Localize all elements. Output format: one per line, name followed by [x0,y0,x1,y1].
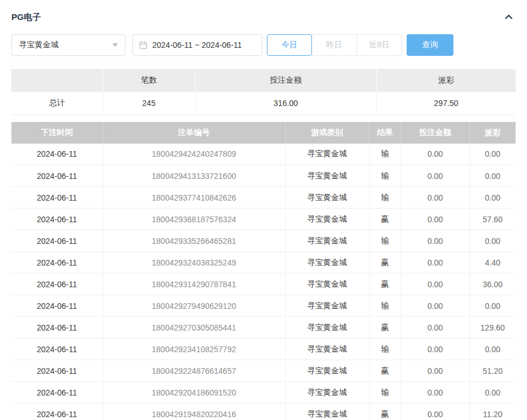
bet-header-payout: 派彩 [469,122,516,144]
bet-payout-cell: 0.00 [469,382,516,403]
bet-game-cell: 寻宝黄金城 [285,252,369,274]
bet-ticket-cell: 1800429270305085441 [103,317,285,339]
bet-payout-cell: 57.60 [469,209,516,230]
bet-game-cell: 寻宝黄金城 [285,295,369,317]
bet-result-cell: 输 [369,165,401,187]
bet-date-cell: 2024-06-11 [11,209,103,230]
bet-date-cell: 2024-06-11 [11,360,103,382]
table-row: 2024-06-11 1800429194820220416 寻宝黄金城 赢 0… [11,403,516,420]
bet-date-cell: 2024-06-11 [11,274,103,295]
bet-result-cell: 输 [369,187,401,209]
bet-date-cell: 2024-06-11 [11,187,103,209]
bet-game-cell: 寻宝黄金城 [285,209,369,230]
table-row: 2024-06-11 1800429335266465281 寻宝黄金城 输 0… [11,230,516,252]
filter-bar: 寻宝黄金城 2024-06-11 ~ 2024-06-11 今日 昨日 近8日 … [11,34,516,56]
summary-total-payout: 297.50 [376,92,516,115]
table-row: 2024-06-11 1800429204186091520 寻宝黄金城 输 0… [11,382,516,403]
bet-date-cell: 2024-06-11 [11,252,103,274]
table-row: 2024-06-11 1800429368187576324 寻宝黄金城 赢 0… [11,209,516,230]
summary-total-label: 总计 [11,92,103,115]
summary-header-count: 笔数 [103,69,195,92]
game-select-value: 寻宝黄金城 [19,40,59,50]
bet-amount-cell: 0.00 [401,317,469,339]
bet-ticket-cell: 1800429368187576324 [103,209,285,230]
summary-total-count: 245 [103,92,195,115]
bet-header-result: 结果 [369,122,401,144]
range-button-last8days[interactable]: 近8日 [357,34,402,56]
bet-payout-cell: 0.00 [469,230,516,252]
date-range-input[interactable]: 2024-06-11 ~ 2024-06-11 [132,34,262,56]
table-row: 2024-06-11 1800429314290787841 寻宝黄金城 赢 0… [11,274,516,295]
summary-header-empty [11,69,103,92]
bet-amount-cell: 0.00 [401,382,469,403]
game-select[interactable]: 寻宝黄金城 [11,34,125,56]
bet-payout-cell: 0.00 [469,295,516,317]
summary-header-bet-amount: 投注金额 [195,69,376,92]
search-button[interactable]: 查询 [407,34,453,56]
bet-ticket-cell: 1800429324038325249 [103,252,285,274]
bet-ticket-cell: 1800429413133721600 [103,165,285,187]
bet-game-cell: 寻宝黄金城 [285,144,369,165]
quick-range-group: 今日 昨日 近8日 [267,34,402,56]
bet-result-cell: 输 [369,382,401,403]
bet-game-cell: 寻宝黄金城 [285,317,369,339]
bet-result-cell: 赢 [369,252,401,274]
bet-ticket-cell: 1800429424240247809 [103,144,285,165]
bet-result-cell: 输 [369,339,401,360]
range-button-today[interactable]: 今日 [267,34,312,56]
bet-ticket-cell: 1800429224876614657 [103,360,285,382]
bet-payout-cell: 0.00 [469,165,516,187]
bet-result-cell: 输 [369,144,401,165]
bet-game-cell: 寻宝黄金城 [285,274,369,295]
bet-game-cell: 寻宝黄金城 [285,403,369,420]
range-button-yesterday[interactable]: 昨日 [312,34,357,56]
bet-payout-cell: 51.20 [469,360,516,382]
bet-amount-cell: 0.00 [401,360,469,382]
bet-result-cell: 赢 [369,403,401,420]
table-row: 2024-06-11 1800429279490629120 寻宝黄金城 输 0… [11,295,516,317]
bet-payout-cell: 0.00 [469,144,516,165]
bet-game-cell: 寻宝黄金城 [285,165,369,187]
bet-amount-cell: 0.00 [401,144,469,165]
bet-date-cell: 2024-06-11 [11,382,103,403]
panel-header: PG电子 [11,10,516,24]
bet-payout-cell: 0.00 [469,187,516,209]
collapse-button[interactable] [502,10,516,24]
bet-payout-cell: 0.00 [469,339,516,360]
bet-game-cell: 寻宝黄金城 [285,360,369,382]
table-row: 2024-06-11 1800429324038325249 寻宝黄金城 赢 0… [11,252,516,274]
bet-result-cell: 赢 [369,274,401,295]
summary-header-row: 笔数 投注金额 派彩 [11,69,516,92]
bet-amount-cell: 0.00 [401,230,469,252]
bet-ticket-cell: 1800429194820220416 [103,403,285,420]
bet-amount-cell: 0.00 [401,295,469,317]
bet-game-cell: 寻宝黄金城 [285,382,369,403]
bet-amount-cell: 0.00 [401,274,469,295]
summary-total-bet-amount: 316.00 [195,92,376,115]
bet-result-cell: 输 [369,230,401,252]
chevron-down-icon [112,43,118,47]
bet-ticket-cell: 1800429335266465281 [103,230,285,252]
bet-ticket-cell: 1800429279490629120 [103,295,285,317]
bet-payout-cell: 11.20 [469,403,516,420]
chevron-up-icon [504,12,514,22]
page-title: PG电子 [11,12,41,23]
table-row: 2024-06-11 1800429377410842626 寻宝黄金城 输 0… [11,187,516,209]
bet-amount-cell: 0.00 [401,187,469,209]
table-row: 2024-06-11 1800429224876614657 寻宝黄金城 赢 0… [11,360,516,382]
bet-game-cell: 寻宝黄金城 [285,187,369,209]
bet-date-cell: 2024-06-11 [11,339,103,360]
bet-header-game: 游戏类别 [285,122,369,144]
bet-header-bet-amount: 投注金额 [401,122,469,144]
summary-header-payout: 派彩 [376,69,516,92]
summary-table: 笔数 投注金额 派彩 总计 245 316.00 297.50 [11,69,516,115]
bet-ticket-cell: 1800429204186091520 [103,382,285,403]
bet-amount-cell: 0.00 [401,403,469,420]
bet-game-cell: 寻宝黄金城 [285,230,369,252]
bet-amount-cell: 0.00 [401,339,469,360]
table-row: 2024-06-11 1800429234108257792 寻宝黄金城 输 0… [11,339,516,360]
table-row: 2024-06-11 1800429413133721600 寻宝黄金城 输 0… [11,165,516,187]
table-row: 2024-06-11 1800429270305085441 寻宝黄金城 赢 0… [11,317,516,339]
bet-table-body: 2024-06-11 1800429424240247809 寻宝黄金城 输 0… [11,144,516,420]
bet-ticket-cell: 1800429314290787841 [103,274,285,295]
